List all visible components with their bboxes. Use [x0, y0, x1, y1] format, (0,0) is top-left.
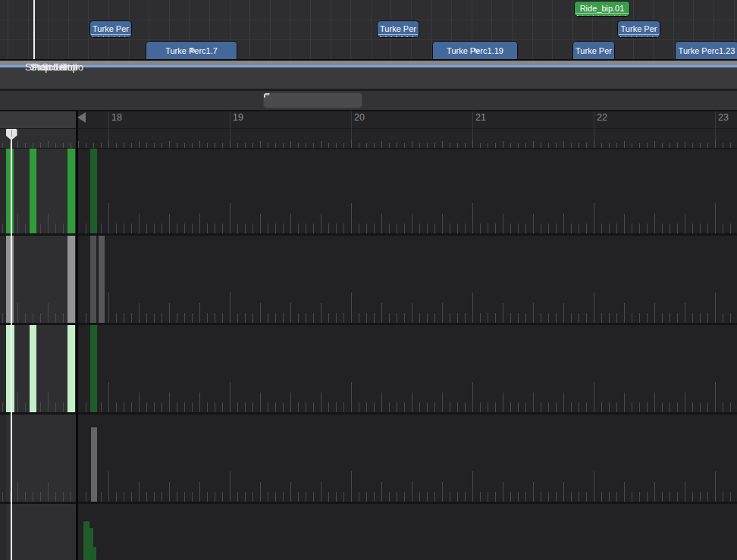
lane-beat-tick	[306, 313, 306, 323]
lane-beat-tick	[40, 492, 41, 502]
midi-region[interactable]: Turke Per	[617, 20, 660, 38]
step-note-bar[interactable]	[90, 236, 96, 323]
lane-header-divider[interactable]	[76, 111, 78, 560]
ruler-tick	[442, 141, 443, 148]
ruler-bar-number: 23	[718, 112, 729, 123]
lane-beat-tick	[419, 313, 420, 323]
step-note-bar[interactable]	[6, 236, 14, 323]
lane-beat-tick	[563, 303, 564, 323]
lane-beat-tick	[586, 492, 587, 502]
ruler-tick	[503, 141, 503, 148]
ruler-marker-row[interactable]	[76, 129, 737, 149]
ruler-tick	[404, 143, 405, 148]
lane-beat-tick	[55, 402, 56, 412]
lane-beat-tick	[472, 293, 473, 323]
lane-beat-tick	[252, 313, 253, 323]
step-lane-grid[interactable]	[78, 504, 737, 560]
lane-beat-tick	[632, 313, 632, 323]
lane-beat-tick	[715, 471, 716, 502]
lane-beat-tick	[571, 224, 572, 233]
ruler-tick	[571, 143, 572, 148]
ruler-tick	[450, 143, 450, 148]
ruler-tick	[146, 143, 147, 148]
lane-beat-tick	[632, 492, 632, 502]
ruler-tick	[78, 141, 79, 148]
tracks-playhead-line[interactable]	[33, 0, 35, 59]
lane-beat-tick	[579, 313, 579, 323]
midi-region[interactable]: Turke Perc1.7↻	[146, 41, 237, 59]
lane-beat-tick	[17, 303, 18, 323]
step-note-bar[interactable]	[67, 236, 75, 323]
lane-beat-tick	[389, 224, 390, 233]
step-note-bar[interactable]	[90, 325, 98, 412]
lane-beat-tick	[685, 214, 685, 233]
lane-beat-tick	[215, 402, 215, 412]
midi-region[interactable]: Turke Perc1.23	[675, 41, 737, 59]
lane-beat-tick	[700, 492, 701, 502]
lane-beat-tick	[230, 203, 231, 233]
lane-beat-tick	[275, 224, 276, 233]
lane-beat-tick	[351, 471, 352, 502]
lane-beat-tick	[389, 313, 390, 323]
lane-beat-tick	[654, 393, 655, 412]
lane-beat-tick	[336, 492, 337, 502]
lane-beat-tick	[313, 224, 314, 233]
ruler-tick	[548, 143, 549, 148]
step-note-bar[interactable]	[91, 427, 98, 502]
lane-beat-tick	[434, 224, 435, 233]
step-note-bar[interactable]	[30, 325, 36, 412]
ruler-tick	[609, 143, 610, 148]
midi-region[interactable]: Turke Per	[377, 20, 419, 38]
step-note-bar[interactable]	[6, 149, 14, 233]
tracks-area[interactable]: Ride_bip.01Turke PerTurke PerTurke PerTu…	[0, 0, 737, 59]
step-lane-grid[interactable]	[78, 149, 737, 233]
lane-beat-tick	[162, 313, 162, 323]
lane-beat-tick	[624, 393, 625, 412]
lane-beat-tick	[472, 203, 473, 233]
step-lane-grid[interactable]	[78, 325, 737, 412]
ruler-tick	[586, 143, 587, 148]
lane-beat-tick	[488, 224, 488, 233]
step-note-bar[interactable]	[93, 547, 96, 560]
midi-region[interactable]: Ride_bip.01	[574, 1, 630, 17]
lane-beat-tick	[260, 214, 261, 233]
ruler-bar-number: 18	[111, 112, 122, 123]
lane-beat-tick	[290, 393, 291, 412]
lane-beat-tick	[252, 402, 253, 412]
step-note-bar[interactable]	[30, 149, 36, 233]
lane-beat-tick	[328, 224, 329, 233]
midi-region[interactable]: Turke Per	[572, 41, 615, 59]
lane-beat-tick	[601, 492, 602, 502]
step-note-bar[interactable]	[99, 236, 105, 323]
lane-beat-tick	[25, 224, 26, 233]
lane-beat-tick	[397, 313, 397, 323]
lane-beat-tick	[374, 402, 375, 412]
step-note-bar[interactable]	[67, 149, 75, 233]
bar-ruler[interactable]	[76, 111, 737, 128]
step-lane-grid[interactable]	[78, 415, 737, 502]
step-note-bar[interactable]	[90, 149, 98, 233]
midi-region[interactable]: Turke Per	[89, 20, 132, 38]
midi-region[interactable]: Turke Perc1.19↻	[432, 41, 518, 59]
lane-beat-tick	[624, 482, 625, 502]
editor-playhead-line[interactable]	[11, 130, 12, 560]
lane-beat-tick	[730, 313, 731, 323]
collapse-left-icon[interactable]	[77, 112, 86, 123]
lane-beat-tick	[374, 224, 375, 233]
ruler-tick	[63, 143, 64, 148]
lane-beat-tick	[730, 402, 731, 412]
lane-beat-tick	[556, 492, 557, 502]
lane-beat-tick	[63, 402, 64, 412]
lane-beat-tick	[692, 402, 693, 412]
step-lane-grid[interactable]	[78, 236, 737, 323]
lane-beat-tick	[662, 402, 663, 412]
lane-beat-tick	[563, 393, 564, 412]
lane-beat-tick	[71, 492, 71, 502]
lane-beat-tick	[563, 482, 564, 502]
lane-beat-tick	[146, 313, 147, 323]
lane-beat-tick	[488, 313, 488, 323]
lane-beat-tick	[510, 402, 511, 412]
step-note-bar[interactable]	[83, 521, 89, 560]
step-note-bar[interactable]	[67, 325, 75, 412]
lane-beat-tick	[2, 224, 3, 233]
